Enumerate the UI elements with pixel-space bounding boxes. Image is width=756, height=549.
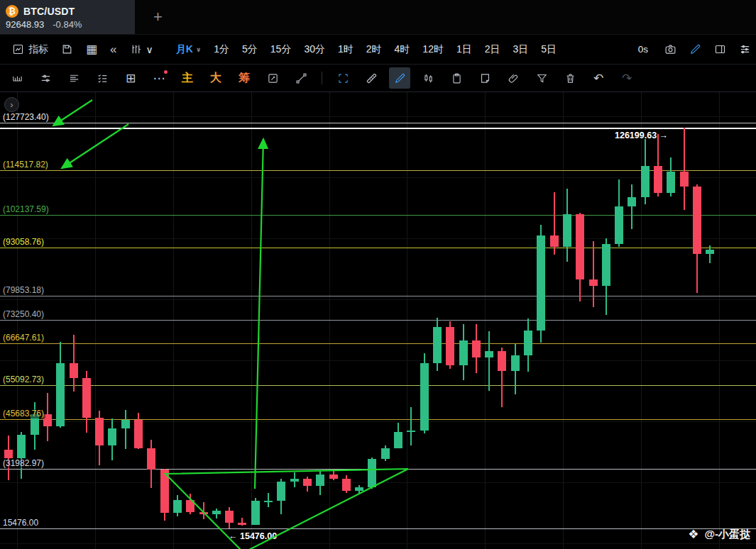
price-line[interactable]	[0, 528, 756, 529]
candle-body	[303, 479, 312, 486]
high-price-line[interactable]	[0, 128, 756, 129]
timeframe-2时[interactable]: 2时	[361, 40, 387, 59]
funnel-icon	[536, 72, 548, 84]
layout-grid-icon: ▦	[86, 43, 97, 55]
add-tab-button[interactable]: +	[149, 7, 167, 27]
candle-body	[173, 500, 182, 512]
candle-body	[277, 482, 285, 501]
price-line[interactable]	[0, 343, 756, 344]
indicator-icon	[12, 43, 24, 55]
timeframe-5日[interactable]: 5日	[536, 40, 561, 59]
screenshot-button[interactable]	[659, 40, 681, 58]
timeframe-12时[interactable]: 12时	[417, 40, 449, 59]
price-line[interactable]	[0, 215, 756, 216]
timeframe-1分[interactable]: 1分	[209, 40, 234, 59]
candle-body	[706, 250, 714, 254]
price-line[interactable]	[0, 248, 756, 248]
price-line[interactable]	[0, 469, 756, 470]
timeframe-1日[interactable]: 1日	[451, 40, 477, 59]
price-line-label: 15476.00	[1, 518, 40, 528]
brush-button[interactable]	[389, 67, 410, 89]
clipboard-button[interactable]	[446, 67, 467, 89]
candle-wick	[709, 245, 711, 263]
indicators-button[interactable]: 指标	[7, 40, 53, 59]
main-toolbar: 指标 ▦ « ∨ 月K∨1分5分15分30分1时2时4时12时1日2日3日5日 …	[0, 34, 756, 65]
layout-grid-button[interactable]: ▦	[81, 40, 102, 58]
timeframe-1时[interactable]: 1时	[333, 40, 358, 59]
kline-pattern-button[interactable]	[417, 67, 439, 89]
chart-canvas[interactable]: (127723.40)(114517.82)(102137.59)(93058.…	[0, 92, 756, 549]
checklist-button[interactable]	[92, 67, 113, 89]
candle-body	[550, 235, 559, 246]
candle-body	[667, 172, 675, 193]
candle-body	[121, 420, 130, 428]
chip-distribution-button[interactable]: 筹	[234, 67, 255, 89]
price-scale-marks-button[interactable]	[6, 67, 28, 89]
paperclip-icon	[508, 72, 520, 84]
timeframe-4时[interactable]: 4时	[390, 40, 415, 59]
trendline-icon	[295, 72, 307, 84]
filter-button[interactable]	[531, 67, 552, 89]
chart-style-button[interactable]: ∨	[125, 40, 158, 58]
more-options-button[interactable]: ⋯	[148, 67, 170, 89]
candle-body	[680, 172, 689, 186]
timeframe-selector: 月K∨1分5分15分30分1时2时4时12时1日2日3日5日	[171, 40, 561, 59]
chart-settings-button[interactable]	[734, 40, 756, 58]
panel-icon	[714, 43, 726, 55]
gridline-vertical	[173, 92, 174, 549]
notes-button[interactable]	[474, 67, 495, 89]
price-line[interactable]	[0, 123, 756, 123]
large-view-button[interactable]: 大	[205, 67, 226, 89]
candle-body	[576, 214, 584, 279]
candle-wick	[593, 241, 594, 308]
trendline-button[interactable]	[290, 67, 312, 89]
candle-body	[459, 340, 468, 365]
price-line[interactable]	[0, 296, 756, 296]
timeframe-5分[interactable]: 5分	[237, 40, 263, 59]
symbol-tab[interactable]: ₿ BTC/USDT 92648.93 -0.84%	[0, 0, 135, 34]
note-icon	[479, 72, 491, 84]
candle-body	[589, 279, 598, 286]
timeframe-30分[interactable]: 30分	[299, 40, 330, 59]
kline-edit-button[interactable]	[262, 67, 283, 89]
replay-rewind-button[interactable]: «	[105, 40, 121, 58]
side-panel-button[interactable]	[709, 40, 731, 58]
timeframe-3日[interactable]: 3日	[508, 40, 534, 59]
timeframe-月K[interactable]: 月K∨	[171, 40, 206, 59]
gridline-vertical	[329, 92, 330, 549]
redo-icon: ↷	[622, 72, 632, 84]
timeframe-15分[interactable]: 15分	[265, 40, 297, 59]
edit-box-icon	[267, 72, 279, 84]
select-area-button[interactable]	[332, 67, 354, 89]
gridline-horizontal	[0, 299, 756, 300]
redo-button[interactable]: ↷	[616, 67, 637, 89]
undo-icon: ↶	[593, 72, 603, 84]
candle-body	[420, 363, 429, 431]
quick-draw-button[interactable]	[684, 40, 706, 58]
save-layout-button[interactable]	[56, 40, 78, 58]
attachment-button[interactable]	[503, 67, 524, 89]
low-price-label: ← 15476.00	[229, 531, 277, 541]
candle-body	[602, 244, 610, 286]
add-pane-button[interactable]: ⊞	[120, 67, 141, 89]
adjust-sliders-button[interactable]	[35, 67, 56, 89]
gridline-vertical	[719, 92, 720, 549]
candle-body	[199, 512, 208, 514]
timeframe-2日[interactable]: 2日	[480, 40, 505, 59]
symbol-name: BTC/USDT	[23, 6, 75, 17]
main-chart-button[interactable]: 主	[177, 67, 198, 89]
price-line[interactable]	[0, 385, 756, 386]
price-line[interactable]	[0, 320, 756, 321]
price-line-label: (114517.82)	[1, 160, 50, 170]
delete-button[interactable]	[559, 67, 581, 89]
undo-button[interactable]: ↶	[588, 67, 609, 89]
ruler-button[interactable]	[361, 67, 382, 89]
object-tree-button[interactable]	[63, 67, 84, 89]
user-drawings[interactable]	[0, 92, 756, 549]
candle-body	[628, 197, 636, 206]
candle-body	[381, 448, 390, 460]
expand-watchlist-button[interactable]: ›	[4, 97, 19, 112]
gridline-horizontal	[0, 360, 756, 361]
candle-body	[160, 470, 169, 512]
price-line[interactable]	[0, 419, 756, 420]
